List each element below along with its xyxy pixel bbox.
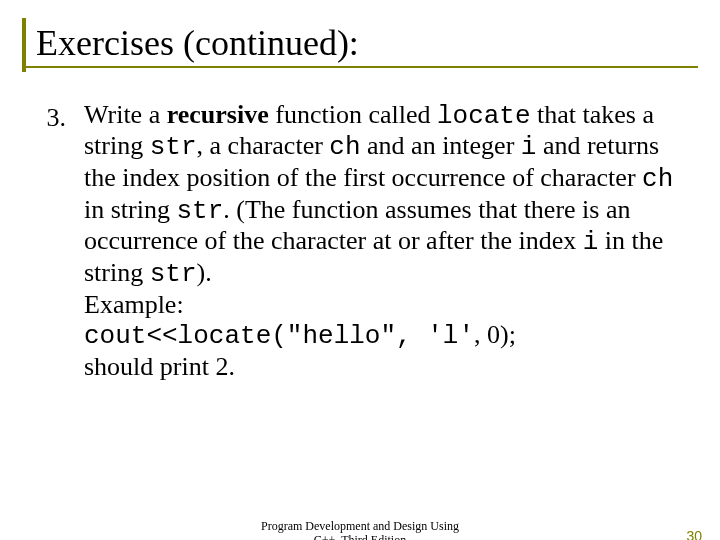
code-inline: ch [642, 164, 673, 194]
content-area: 3. Write a recursive function called loc… [0, 72, 720, 383]
text: Write a [84, 100, 167, 129]
text: in string [84, 195, 176, 224]
text: function called [269, 100, 437, 129]
code-inline: locate [437, 101, 531, 131]
example-label: Example: [84, 290, 184, 319]
footer-text: Program Development and Design Using C++… [0, 520, 720, 540]
result-text: should print 2. [84, 352, 235, 381]
page-number: 30 [686, 528, 702, 540]
text: ). [197, 258, 212, 287]
title-underline [26, 66, 698, 68]
text-bold: recursive [167, 100, 269, 129]
code-inline: i [521, 132, 537, 162]
code-inline: str [150, 259, 197, 289]
list-item: 3. Write a recursive function called loc… [44, 100, 676, 383]
text: and an integer [361, 131, 521, 160]
footer-line-1: Program Development and Design Using [261, 519, 459, 533]
code-inline: ch [329, 132, 360, 162]
title-container: Exercises (continued): [22, 18, 698, 72]
slide-title: Exercises (continued): [36, 24, 698, 64]
slide: Exercises (continued): 3. Write a recurs… [0, 18, 720, 540]
code-inline: str [176, 196, 223, 226]
code-inline: i [583, 227, 599, 257]
item-body: Write a recursive function called locate… [84, 100, 676, 383]
text: , a character [197, 131, 330, 160]
code-inline: str [150, 132, 197, 162]
footer-line-2: C++, Third Edition [314, 533, 406, 540]
code-tail: , 0); [474, 320, 516, 349]
item-number: 3. [44, 100, 66, 135]
code-line: cout<<locate("hello", 'l' [84, 321, 474, 351]
